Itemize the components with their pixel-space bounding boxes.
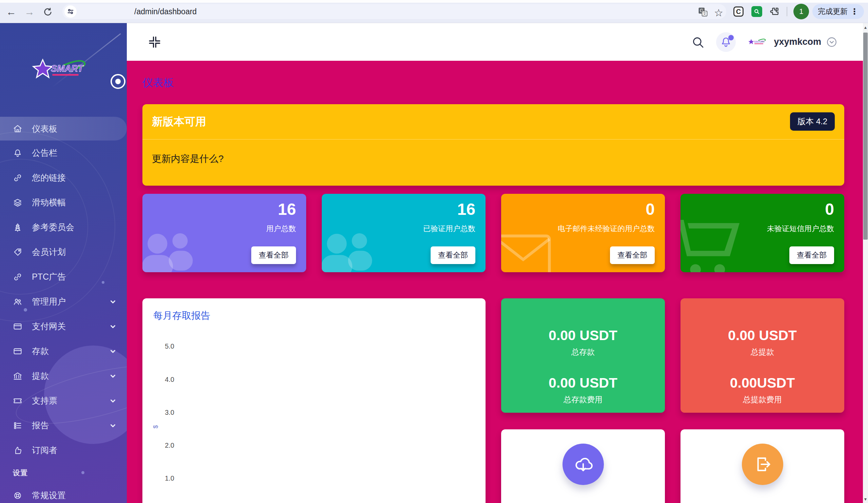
sidebar-item-label: 支持票 — [32, 395, 57, 406]
total-deposit-label: 总存款 — [571, 347, 595, 358]
tag-icon — [13, 248, 22, 257]
scrollbar-thumb[interactable] — [863, 33, 868, 240]
url-text[interactable]: /admin/dashboard — [134, 4, 197, 19]
y-axis-currency-glyph: $ — [152, 425, 159, 428]
total-withdrawal-label: 总提款 — [751, 347, 774, 358]
credit-card-icon — [13, 322, 22, 331]
sidebar-item-ptc-ads[interactable]: PTC广告 — [0, 264, 127, 289]
sidebar-item-slider-banner[interactable]: 滑动横幅 — [0, 190, 127, 215]
sidebar-item-label: 支付网关 — [32, 321, 66, 332]
chevron-down-icon — [109, 372, 117, 380]
sidebar-item-subscribers[interactable]: 订阅者 — [0, 438, 127, 463]
y-tick-label: 5.0 — [153, 342, 174, 350]
sidebar-item-label: 常规设置 — [32, 490, 66, 501]
svg-text:SMART: SMART — [754, 40, 766, 43]
notifications-button[interactable] — [716, 32, 736, 52]
deposit-fee-value: 0.00 USDT — [549, 375, 618, 391]
scroll-down-arrow[interactable]: ▼ — [863, 497, 868, 502]
chevron-down-circle-icon[interactable] — [826, 36, 837, 48]
extensions-puzzle-icon[interactable] — [768, 6, 781, 18]
chevron-down-icon — [109, 422, 117, 429]
user-avatar-logo: SMART — [747, 37, 769, 47]
sidebar-section-settings: 设置 — [0, 463, 127, 483]
address-bar[interactable]: /admin/dashboard G文 ☆ — [62, 4, 726, 19]
bank-icon — [13, 371, 22, 381]
sidebar-item-dashboard[interactable]: 仪表板 — [0, 117, 127, 141]
link-icon — [13, 272, 22, 282]
scroll-up-arrow[interactable]: ▲ — [863, 25, 868, 30]
stats-row: 16 用户总数 查看全部 16 已验证用户总数 查看全部 0 电子邮件未经验证的… — [142, 194, 844, 272]
sidebar-item-withdrawals[interactable]: 提款 — [0, 363, 127, 388]
users-silhouette-icon — [142, 227, 206, 272]
cloud-download-button[interactable] — [562, 444, 604, 485]
stat-label: 用户总数 — [266, 224, 296, 234]
deposit-fee-label: 总存款费用 — [564, 394, 602, 405]
version-badge: 版本 4.2 — [790, 112, 835, 131]
sidebar-item-label: 参考委员会 — [32, 222, 74, 233]
browser-reload-button[interactable] — [41, 6, 54, 18]
stat-card-total-users: 16 用户总数 查看全部 — [142, 194, 306, 272]
sidebar-item-announcements[interactable]: 公告栏 — [0, 141, 127, 165]
sidebar-item-general-settings[interactable]: 常规设置 — [0, 483, 127, 503]
view-all-button[interactable]: 查看全部 — [610, 247, 655, 264]
cloud-download-icon — [574, 454, 593, 474]
chevron-down-icon — [109, 298, 117, 305]
thumbs-up-icon — [13, 446, 22, 455]
stat-value: 0 — [825, 200, 834, 219]
svg-text:文: 文 — [703, 11, 706, 16]
user-menu[interactable]: SMART yxymkcom — [747, 36, 837, 48]
logo-text: SMART — [51, 63, 84, 74]
sidebar-collapse-toggle[interactable] — [111, 74, 125, 89]
sidebar-item-label: 仪表板 — [32, 123, 57, 134]
version-banner: 新版本可用 版本 4.2 更新内容是什么? — [142, 104, 844, 186]
total-withdrawal-value: 0.00 USDT — [728, 328, 797, 343]
sidebar-item-payment-gateways[interactable]: 支付网关 — [0, 314, 127, 339]
extension-c-icon[interactable]: C — [732, 6, 745, 18]
withdrawal-fee-label: 总提款费用 — [743, 394, 782, 405]
page-scrollbar[interactable]: ▲ ▼ — [863, 23, 868, 503]
extension-search-icon[interactable] — [751, 6, 763, 18]
sidebar-logo[interactable]: SMART — [0, 56, 127, 84]
main-content: 仪表板 新版本可用 版本 4.2 更新内容是什么? 16 用户总数 查看全部 1… — [127, 61, 868, 503]
stat-label: 已验证用户总数 — [423, 224, 475, 234]
chevron-down-icon — [109, 323, 117, 330]
sidebar-item-deposits[interactable]: 存款 — [0, 339, 127, 363]
view-all-button[interactable]: 查看全部 — [789, 247, 834, 264]
stat-card-verified-users: 16 已验证用户总数 查看全部 — [322, 194, 486, 272]
view-all-button[interactable]: 查看全部 — [251, 247, 296, 264]
sidebar-item-referral[interactable]: 参考委员会 — [0, 215, 127, 240]
withdraw-action-card — [681, 429, 844, 503]
top-header: SMART yxymkcom — [127, 23, 868, 61]
search-icon[interactable] — [691, 35, 705, 49]
credit-card-icon — [13, 346, 22, 356]
sidebar-menu: 仪表板 公告栏 您的链接 滑动横幅 参考委员会 会员计划 PTC — [0, 117, 127, 503]
compress-layout-icon[interactable] — [148, 35, 162, 49]
browser-update-button[interactable]: 完成更新 ⋮ — [813, 4, 864, 19]
stat-value: 16 — [457, 200, 475, 219]
sidebar-item-label: 您的链接 — [32, 172, 66, 183]
browser-profile-avatar[interactable]: 1 — [793, 4, 809, 19]
y-tick-label: 2.0 — [153, 442, 174, 449]
version-banner-title: 新版本可用 — [152, 114, 206, 129]
browser-menu-icon[interactable]: ⋮ — [850, 7, 858, 16]
sidebar-item-manage-users[interactable]: 管理用户 — [0, 289, 127, 314]
withdrawal-fee-value: 0.00USDT — [730, 375, 795, 391]
site-settings-icon[interactable] — [64, 6, 76, 18]
bell-icon — [13, 148, 22, 158]
view-all-button[interactable]: 查看全部 — [431, 247, 475, 264]
sidebar-item-membership-plan[interactable]: 会员计划 — [0, 240, 127, 264]
withdraw-exit-button[interactable] — [742, 444, 783, 485]
deposit-summary-card: 0.00 USDT 总存款 0.00 USDT 总存款费用 — [501, 298, 665, 413]
link-icon — [13, 173, 22, 183]
logo-caption-bar — [52, 74, 79, 76]
sidebar-item-support-tickets[interactable]: 支持票 — [0, 388, 127, 413]
version-banner-question[interactable]: 更新内容是什么? — [152, 152, 224, 165]
sidebar-item-your-links[interactable]: 您的链接 — [0, 165, 127, 190]
sidebar-item-label: 滑动横幅 — [32, 197, 66, 208]
sidebar-item-reports[interactable]: 报告 — [0, 413, 127, 438]
browser-forward-button[interactable]: → — [23, 6, 36, 18]
translate-icon[interactable]: G文 — [698, 7, 708, 17]
browser-back-button[interactable]: ← — [5, 6, 18, 18]
bookmark-star-icon[interactable]: ☆ — [714, 7, 724, 17]
sidebar-item-label: PTC广告 — [32, 271, 66, 282]
